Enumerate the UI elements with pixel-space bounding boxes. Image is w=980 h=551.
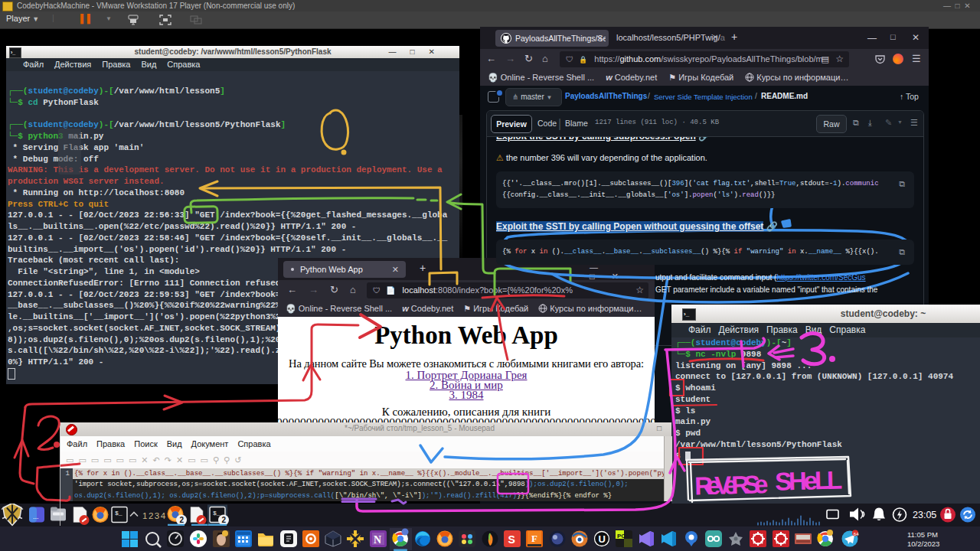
svg-text:U: U: [599, 533, 606, 545]
svg-text:N: N: [374, 534, 381, 546]
svg-text:23:05: 23:05: [913, 510, 936, 520]
svg-text:PC: PC: [617, 533, 626, 540]
svg-text:2: 2: [180, 516, 185, 524]
svg-text:1234: 1234: [142, 511, 167, 520]
svg-text:F: F: [531, 533, 537, 544]
svg-text:$_: $_: [115, 510, 122, 517]
svg-text:2: 2: [222, 516, 227, 524]
svg-text:10/2/2023: 10/2/2023: [907, 540, 939, 548]
svg-text:11:05 PM: 11:05 PM: [907, 530, 938, 539]
svg-text:...: ...: [33, 513, 39, 520]
svg-text:S: S: [508, 533, 515, 546]
svg-text:64: 64: [854, 532, 859, 536]
svg-text:$_: $_: [213, 510, 220, 517]
